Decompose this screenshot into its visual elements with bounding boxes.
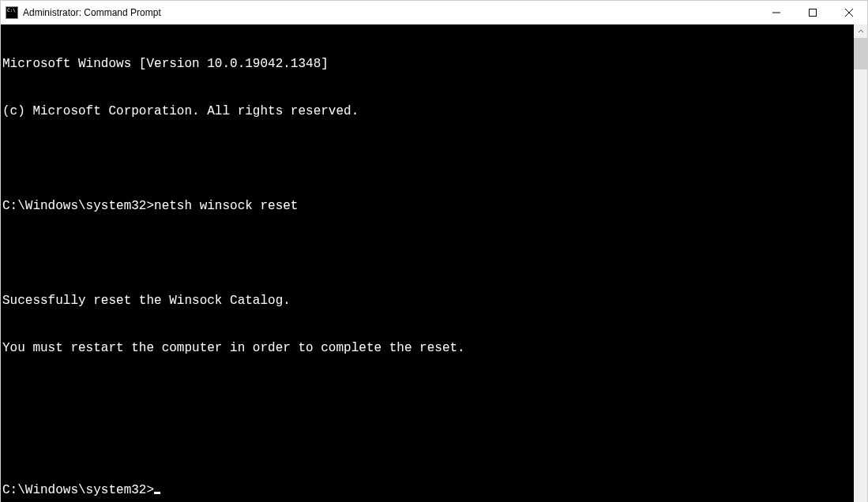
titlebar: Administrator: Command Prompt (1, 1, 867, 24)
minimize-button[interactable] (758, 1, 795, 24)
prompt-1: C:\Windows\system32> (2, 199, 154, 213)
maximize-icon (809, 9, 817, 17)
banner-line-1: Microsoft Windows [Version 10.0.19042.13… (2, 56, 854, 72)
cursor (154, 492, 160, 494)
cmd-app-icon (6, 6, 18, 19)
window-title: Administrator: Command Prompt (23, 7, 161, 18)
svg-rect-1 (810, 9, 817, 17)
current-prompt-line: C:\Windows\system32> (2, 482, 854, 498)
app-window: Administrator: Command Prompt Microsoft … (0, 0, 868, 502)
scroll-up-button[interactable] (854, 24, 867, 38)
scrollbar-track[interactable] (854, 38, 867, 502)
blank-line (2, 435, 854, 451)
minimize-icon (772, 9, 780, 17)
command-1: netsh winsock reset (154, 199, 298, 213)
output-line-1: Sucessfully reset the Winsock Catalog. (2, 293, 854, 309)
blank-line (2, 151, 854, 167)
blank-line (2, 245, 854, 261)
command-line-1: C:\Windows\system32>netsh winsock reset (2, 198, 854, 214)
maximize-button[interactable] (795, 1, 831, 24)
output-line-2: You must restart the computer in order t… (2, 340, 854, 356)
terminal[interactable]: Microsoft Windows [Version 10.0.19042.13… (1, 24, 854, 502)
prompt-2: C:\Windows\system32> (2, 483, 154, 497)
blank-line (2, 388, 854, 403)
close-icon (845, 9, 853, 17)
close-button[interactable] (831, 1, 867, 24)
banner-line-2: (c) Microsoft Corporation. All rights re… (2, 103, 854, 119)
vertical-scrollbar[interactable] (854, 24, 867, 502)
scrollbar-thumb[interactable] (854, 38, 867, 69)
client-area: Microsoft Windows [Version 10.0.19042.13… (1, 24, 867, 502)
chevron-up-icon (858, 28, 864, 35)
